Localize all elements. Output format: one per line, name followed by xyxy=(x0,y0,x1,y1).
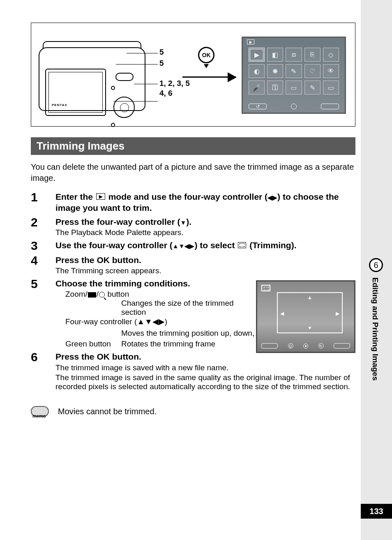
palette-cell-slideshow: ▶ xyxy=(249,48,265,62)
palette-cell-trimming: ⧈ xyxy=(286,48,302,62)
playback-mode-icon: ▶ xyxy=(96,193,105,200)
trimming-frame: ▲ ▼ ◀ ▶ xyxy=(277,292,343,333)
lcd-soft-left-icon: ↺ xyxy=(249,104,267,109)
palette-cell-startup: ✎ xyxy=(304,81,321,95)
step-2-title: Press the four-way controller (▼). xyxy=(55,216,355,227)
chapter-title: Editing and Printing Images xyxy=(371,277,380,381)
step-1-title: Enter the ▶ mode and use the four-way co… xyxy=(55,191,355,214)
diagram-box: PENTAX 5 5 1, 2, 3, 5 4, 6 OK ▶ ◧ ⧈ ⎘ xyxy=(31,23,355,127)
step-4-sub: The Trimming screen appears. xyxy=(55,266,355,275)
step-number: 1 xyxy=(31,191,55,214)
step-5-controls: Zoom// button Changes the size of the tr… xyxy=(55,290,244,326)
step-2-sub: The Playback Mode Palette appears. xyxy=(55,228,355,237)
lcd-soft-right-icon xyxy=(321,104,339,109)
preview-ok-icon xyxy=(303,344,308,348)
arrow-up-icon: ▲ xyxy=(307,295,312,300)
memo-text: Movies cannot be trimmed. xyxy=(58,405,157,416)
playback-icon xyxy=(247,39,254,44)
step-3: 3 Use the four-way controller (▲▼◀▶) to … xyxy=(31,240,355,252)
preview-rotate-icon: ↻ xyxy=(318,343,324,348)
step-number: 5 xyxy=(31,278,55,326)
step-3-title: Use the four-way controller (▲▼◀▶) to se… xyxy=(55,240,355,251)
step-5-title: Choose the trimming conditions. xyxy=(55,278,244,289)
callout-5b: 5 xyxy=(159,59,164,68)
sidebar: 6 Editing and Printing Images 133 xyxy=(361,0,392,540)
step-number: 3 xyxy=(31,240,55,252)
step-6: 6 Press the OK button. The trimmed image… xyxy=(31,351,355,391)
palette-cell-rotate: ◇ xyxy=(323,48,339,62)
step-6-sub2: The trimmed image is saved in the same q… xyxy=(55,373,355,391)
chapter-number-badge: 6 xyxy=(369,258,383,272)
palette-cell-filter2: ✺ xyxy=(267,64,283,78)
step-2: 2 Press the four-way controller (▼). The… xyxy=(31,216,355,237)
callout-1235: 1, 2, 3, 5 xyxy=(159,79,190,88)
trimming-preview-icon xyxy=(261,285,270,291)
callout-5a: 5 xyxy=(159,48,164,57)
step-1: 1 Enter the ▶ mode and use the four-way … xyxy=(31,191,355,214)
palette-cell-voice: 🎤 xyxy=(249,81,265,95)
arrow-left-icon: ◀ xyxy=(280,311,284,316)
camera-brand-label: PENTAX xyxy=(52,103,67,107)
preview-soft-left xyxy=(261,343,278,348)
callout-46: 4, 6 xyxy=(159,89,173,98)
magnifier-icon xyxy=(99,292,105,298)
step-number: 6 xyxy=(31,351,55,391)
trimming-preview: ▲ ▼ ◀ ▶ Q ↻ xyxy=(256,280,355,353)
palette-cell-dpof: ▭ xyxy=(286,81,302,95)
palette-cell-filter3: ✎ xyxy=(286,64,302,78)
camera-illustration: PENTAX xyxy=(39,37,166,114)
palette-cell-frame: ♡ xyxy=(304,64,321,78)
ok-button-icon: OK xyxy=(198,47,214,63)
palette-cell-copy: ⎘ xyxy=(304,48,321,62)
preview-zoom-icon: Q xyxy=(288,343,293,348)
step-4-title: Press the OK button. xyxy=(55,254,355,265)
memo-note: memo Movies cannot be trimmed. xyxy=(31,405,355,422)
step-4: 4 Press the OK button. The Trimming scre… xyxy=(31,254,355,275)
lcd-palette-preview: ▶ ◧ ⧈ ⎘ ◇ ◐ ✺ ✎ ♡ 👁 🎤 ⚿ ▭ ✎ ▭ ↺ xyxy=(242,37,346,114)
memo-icon: memo xyxy=(31,405,51,422)
zoom-out-icon xyxy=(88,292,96,298)
preview-soft-right xyxy=(334,343,350,348)
down-triangle-icon xyxy=(204,64,209,68)
step-5-control-3-label: Green button xyxy=(65,339,121,348)
step-number: 4 xyxy=(31,254,55,275)
page-number: 133 xyxy=(361,504,392,519)
arrow-right-icon: ▶ xyxy=(336,311,339,316)
arrow-down-icon: ▼ xyxy=(307,325,312,331)
palette-cell-redeye: 👁 xyxy=(323,64,339,78)
palette-cell-protect: ⚿ xyxy=(267,81,283,95)
palette-cell-movie: ▭ xyxy=(323,81,339,95)
intro-text: You can delete the unwanted part of a pi… xyxy=(31,162,355,184)
section-title: Trimming Images xyxy=(31,137,355,155)
lcd-center-dot-icon xyxy=(291,104,297,109)
step-6-sub1: The trimmed image is saved with a new fi… xyxy=(55,363,355,372)
palette-cell-filter1: ◐ xyxy=(249,64,265,78)
page-content: PENTAX 5 5 1, 2, 3, 5 4, 6 OK ▶ ◧ ⧈ ⎘ xyxy=(31,23,355,422)
arrow-icon xyxy=(182,76,236,78)
step-number: 2 xyxy=(31,216,55,237)
palette-cell-resize: ◧ xyxy=(267,48,283,62)
trimming-icon xyxy=(238,242,246,248)
